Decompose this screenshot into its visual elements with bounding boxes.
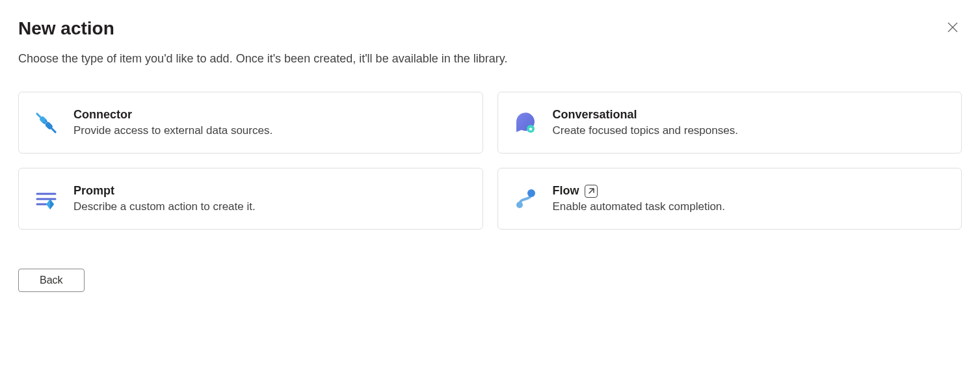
page-title: New action — [18, 18, 114, 39]
card-conversational[interactable]: Conversational Create focused topics and… — [497, 92, 962, 154]
card-title: Prompt — [73, 184, 470, 198]
card-description: Describe a custom action to create it. — [73, 200, 470, 213]
card-prompt[interactable]: Prompt Describe a custom action to creat… — [18, 168, 483, 230]
card-description: Provide access to external data sources. — [73, 124, 470, 137]
action-type-grid: Connector Provide access to external dat… — [18, 92, 962, 230]
card-description: Enable automated task completion. — [553, 200, 949, 213]
card-title: Connector — [73, 108, 470, 122]
external-link-icon — [585, 185, 598, 198]
prompt-icon — [32, 185, 60, 213]
card-description: Create focused topics and responses. — [553, 124, 949, 137]
connector-icon — [32, 109, 60, 137]
back-button[interactable]: Back — [18, 269, 85, 292]
conversational-icon — [511, 109, 540, 137]
card-connector[interactable]: Connector Provide access to external dat… — [18, 92, 483, 154]
close-icon — [946, 21, 959, 36]
close-button[interactable] — [944, 18, 962, 38]
svg-line-3 — [51, 128, 55, 132]
flow-icon — [511, 185, 540, 213]
card-title: Flow — [553, 184, 579, 198]
card-title: Conversational — [553, 108, 949, 122]
svg-point-10 — [527, 189, 535, 197]
card-flow[interactable]: Flow Enable automated task completion. — [497, 168, 962, 230]
svg-point-11 — [516, 202, 523, 208]
page-subtitle: Choose the type of item you'd like to ad… — [18, 52, 962, 66]
svg-line-1 — [37, 113, 41, 117]
